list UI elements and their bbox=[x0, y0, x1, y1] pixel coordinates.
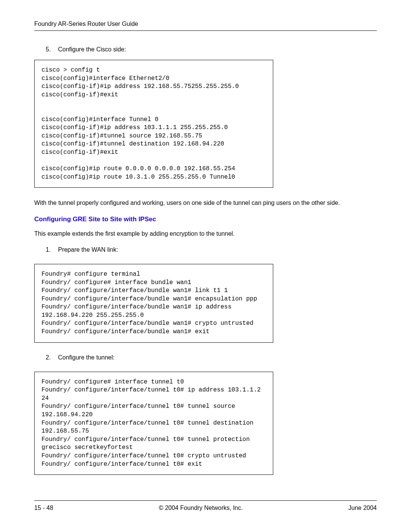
step-2-num: 2. bbox=[46, 354, 56, 361]
step-5-text: Configure the Cisco side: bbox=[58, 46, 126, 53]
paragraph-tunnel-ping: With the tunnel properly configured and … bbox=[34, 199, 377, 207]
heading-gre-ipsec: Configuring GRE Site to Site with IPSec bbox=[34, 216, 377, 223]
step-1-text: Prepare the WAN link: bbox=[58, 246, 118, 253]
code-block-cisco-content: cisco > config t cisco(config)#interface… bbox=[41, 66, 266, 181]
footer-copyright: © 2004 Foundry Networks, Inc. bbox=[159, 505, 243, 511]
step-5: 5. Configure the Cisco side: bbox=[46, 46, 377, 53]
step-1-num: 1. bbox=[46, 246, 56, 253]
code-block-wan: Foundry# configure terminal Foundry/ con… bbox=[34, 264, 273, 343]
page-header: Foundry AR-Series Router User Guide bbox=[34, 21, 377, 31]
step-2: 2. Configure the tunnel: bbox=[46, 354, 377, 361]
step-5-num: 5. bbox=[46, 46, 56, 53]
step-1: 1. Prepare the WAN link: bbox=[46, 246, 377, 253]
code-block-tunnel: Foundry/ configure# interface tunnel t0 … bbox=[34, 372, 273, 475]
footer-date: June 2004 bbox=[348, 505, 377, 511]
code-block-wan-content: Foundry# configure terminal Foundry/ con… bbox=[41, 270, 266, 336]
step-2-text: Configure the tunnel: bbox=[58, 354, 115, 361]
footer-page-number: 15 - 48 bbox=[34, 505, 53, 511]
code-block-cisco: cisco > config t cisco(config)#interface… bbox=[34, 60, 273, 188]
page-footer: 15 - 48 © 2004 Foundry Networks, Inc. Ju… bbox=[34, 500, 377, 511]
paragraph-extends-example: This example extends the first example b… bbox=[34, 230, 377, 238]
code-block-tunnel-content: Foundry/ configure# interface tunnel t0 … bbox=[41, 378, 266, 469]
